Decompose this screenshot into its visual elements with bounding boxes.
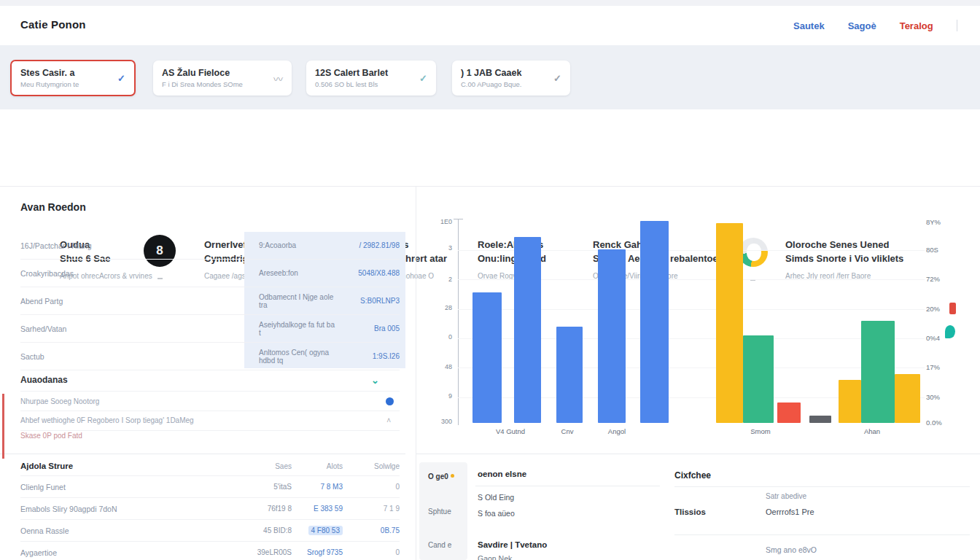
row-col1: 5'itaS [233, 483, 292, 491]
value-pill: 4 F80 53 [308, 526, 343, 535]
table-row[interactable]: Clienlg Funet 5'itaS 7 8 M3 0 [20, 476, 400, 498]
metric-cards-row: Stes Casir. a Meu Rutymgrion te ✓ AS Žal… [0, 45, 980, 109]
card-text: ) 1 JAB Caaek C.00 APuago Bque. [461, 68, 521, 88]
value-subtitle: Satr abedive [766, 492, 806, 500]
row-name: Clienlg Funet [20, 483, 233, 491]
right-axis-tick-label: 30% [926, 393, 940, 401]
bar-10 [861, 321, 895, 423]
row-value: Bra 005 [337, 324, 400, 332]
row-col2: E 383 59 [292, 505, 343, 513]
row-col3: 0 [343, 548, 400, 556]
footer-link[interactable]: Skase 0P pod Fatd [20, 432, 82, 440]
row-col2: 7 8 M3 [292, 483, 343, 491]
table-row[interactable]: 16J/Pactchar I Rlang 9:Acoaorba / 2982.8… [20, 232, 400, 260]
divider [475, 486, 660, 486]
mini-sidebar-item[interactable]: Sphtue [428, 508, 451, 516]
mini-sidebar-item-active[interactable]: O ge0 [428, 472, 454, 481]
row-col2: Srogf 9735 [292, 548, 343, 556]
row-mid: Aseiyhdalkoge fa fut ba t [252, 321, 337, 337]
detail-table: 16J/Pactchar I Rlang 9:Acoaorba / 2982.8… [20, 232, 400, 370]
right-axis-tick-label: 0%4 [926, 334, 940, 342]
table-row[interactable]: Aygaertioe 39eLR00S Srogf 9735 0 [20, 542, 400, 560]
row-col1: 76f19 8 [233, 505, 292, 513]
yellow-dot-icon [451, 474, 454, 478]
bar-5 [716, 223, 743, 423]
content-subtitle: Savdire | Tvetano [478, 540, 547, 549]
row-mid: 9:Acoaorba [252, 241, 337, 249]
panel-title: Avan Roedon [20, 201, 86, 213]
accordion-row[interactable]: Auaodanas ⌄ [20, 369, 400, 392]
right-axis-tick-label: 8Y% [926, 218, 941, 226]
right-axis-tick-label: 17% [926, 363, 940, 371]
footer-text: Smg ano e8vO [766, 545, 817, 554]
y-axis-tick-label: 0 [416, 333, 452, 341]
card-subtitle: C.00 APuago Bque. [461, 80, 521, 88]
bar-8 [809, 416, 831, 423]
top-strip [0, 0, 980, 6]
horizontal-divider [416, 454, 980, 454]
x-axis-label: Angol [608, 427, 626, 435]
y-axis-tick-label: 300 [416, 418, 452, 425]
scribble-icon: 〰 [273, 71, 283, 85]
nav-link-2[interactable]: Sagoè [848, 20, 876, 31]
divider [674, 486, 970, 487]
header: Catie Ponon Sautek Sagoè Teralog Caeny C… [0, 6, 980, 46]
content-line: S foa aüeo [478, 509, 515, 518]
metric-card[interactable]: 12S Calert Barlet 0.506 SO bL lest Bls ✓ [306, 61, 436, 96]
row-col3: 0B.75 [343, 526, 400, 534]
top-nav: Sautek Sagoè Teralog Caeny Caen [793, 20, 980, 31]
bar-4 [640, 221, 669, 423]
card-subtitle: Meu Rutymgrion te [20, 80, 79, 88]
x-axis-label: Smom [750, 427, 770, 435]
bar-1 [514, 237, 541, 423]
table-row[interactable]: Abend Partg Odbamecnt I Njge aole tra S:… [20, 287, 400, 315]
check-icon: ✓ [117, 73, 125, 84]
x-axis-label: Cnv [561, 427, 574, 435]
brand-logo: Catie Ponon [20, 18, 86, 31]
row-name: Aygaertioe [20, 548, 233, 557]
horizontal-divider [0, 454, 405, 454]
card-subtitle: F i Di Srea Mondes SOme [162, 80, 243, 88]
row-label: Tlissios [674, 508, 706, 516]
card-text: 12S Calert Barlet 0.506 SO bL lest Bls [315, 68, 388, 88]
table-row[interactable]: Sactub Anltomos Cen( ogyna hdbd tq 1:9S.… [20, 343, 400, 370]
header-col3: Solwlge [343, 462, 400, 470]
card-title: Stes Casir. a [20, 68, 79, 78]
row-value: / 2982.81/98 [337, 241, 400, 249]
legend-red-icon [949, 303, 956, 314]
mini-sidebar: O ge0 Sphtue Cand e [419, 462, 467, 560]
table-row[interactable]: Oenna Rassle 45 BID:8 4 F80 53 0B.75 [20, 520, 400, 542]
metric-card[interactable]: ) 1 JAB Caaek C.00 APuago Bque. ✓ [452, 61, 570, 96]
metric-card[interactable]: AS Žalu Fieloce F i Di Srea Mondes SOme … [153, 61, 292, 96]
row-label: Abend Partg [20, 297, 252, 306]
chevron-down-icon[interactable]: ⌄ [371, 375, 379, 386]
content-line: S Old Eing [478, 493, 514, 502]
mini-sidebar-item[interactable]: Cand e [428, 541, 451, 549]
y-axis-tick-label: 9 [416, 392, 452, 400]
header-col1: Saes [233, 462, 292, 470]
check-icon: ✓ [419, 73, 427, 84]
summary-table-header: Ajdola Strure Saes Alots Solwlge [20, 456, 400, 476]
table-row[interactable]: Sarhed/Vatan Aseiyhdalkoge fa fut ba t B… [20, 315, 400, 343]
toggle-row[interactable]: Ahbef wethioghe 0F Regobero I Sorp tiega… [20, 411, 400, 431]
legend-teal-icon [945, 325, 955, 338]
left-red-indicator [2, 394, 4, 459]
card-title: ) 1 JAB Caaek [461, 68, 521, 78]
toggle-row[interactable]: Nhurpae Sooeg Nootorg [20, 392, 400, 411]
y-axis-tick-label: 2 [416, 276, 452, 283]
table-row[interactable]: Croakyribacdas Areseeb:fon 5048/X8.488 [20, 260, 400, 287]
card-text: AS Žalu Fieloce F i Di Srea Mondes SOme [162, 68, 243, 88]
header-name: Ajdola Strure [20, 462, 233, 470]
card-text: Stes Casir. a Meu Rutymgrion te [20, 68, 79, 88]
bar-11 [895, 374, 920, 423]
nav-link-3[interactable]: Teralog [900, 20, 933, 31]
expand-icon[interactable]: ˄ [386, 416, 391, 424]
toggle-dot-icon[interactable] [386, 397, 394, 405]
content-subtext: Gaon Nek [478, 554, 512, 560]
x-axis-label: V4 Gutnd [496, 427, 525, 435]
table-row[interactable]: Emabols Sliry 90agpdi 7doN 76f19 8 E 383… [20, 498, 400, 520]
row-value: 1:9S.I26 [337, 352, 400, 360]
metric-card-selected[interactable]: Stes Casir. a Meu Rutymgrion te ✓ [10, 60, 136, 96]
toggle-label: Nhurpae Sooeg Nootorg [20, 397, 99, 405]
nav-link-1[interactable]: Sautek [793, 20, 825, 31]
